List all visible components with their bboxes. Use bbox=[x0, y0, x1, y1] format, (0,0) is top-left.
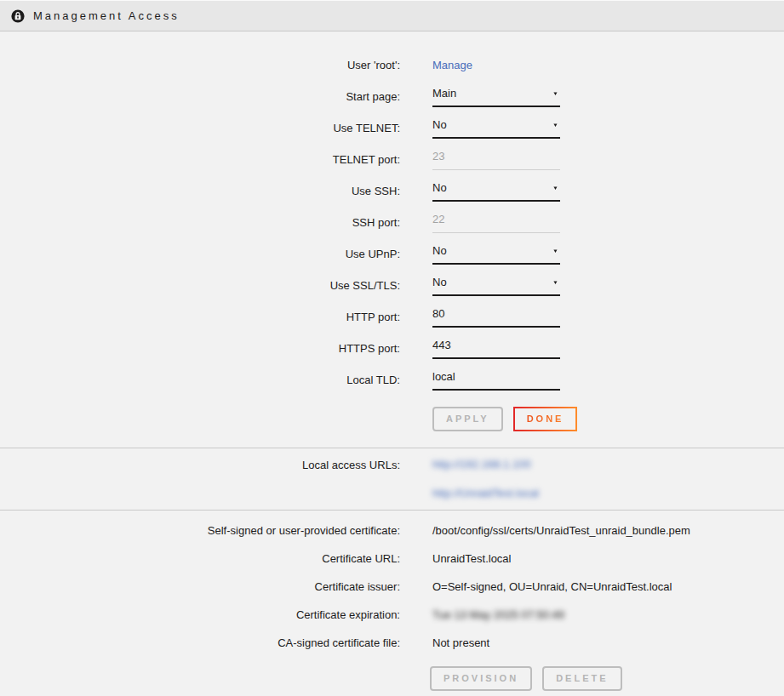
ca-cert-label: CA-signed certificate file: bbox=[0, 636, 400, 649]
use-ssh-select[interactable]: No ▼ bbox=[432, 180, 560, 202]
row-telnet-port: TELNET port: bbox=[0, 144, 784, 175]
row-use-upnp: Use UPnP: No ▼ bbox=[0, 238, 784, 270]
chevron-down-icon: ▼ bbox=[552, 248, 558, 253]
https-port-input[interactable] bbox=[432, 338, 560, 359]
done-button[interactable]: DONE bbox=[513, 407, 578, 431]
cert-url-value: UnraidTest.local bbox=[432, 552, 512, 565]
use-upnp-value: No bbox=[432, 244, 447, 257]
local-access-url-redacted[interactable]: http://UnraidTest.local bbox=[432, 487, 539, 499]
use-ssl-select[interactable]: No ▼ bbox=[432, 275, 560, 296]
use-ssl-value: No bbox=[432, 276, 447, 288]
start-page-value: Main bbox=[432, 87, 456, 100]
chevron-down-icon: ▼ bbox=[552, 279, 558, 284]
cert-issuer-label: Certificate issuer: bbox=[0, 580, 400, 593]
delete-button[interactable]: DELETE bbox=[542, 666, 621, 691]
page-header: Management Access bbox=[0, 0, 784, 31]
ca-cert-value: Not present bbox=[432, 636, 489, 649]
start-page-label: Start page: bbox=[0, 90, 400, 103]
use-ssl-label: Use SSL/TLS: bbox=[0, 279, 400, 292]
management-access-form: User 'root': Manage Start page: Main ▼ U… bbox=[0, 31, 784, 431]
row-ssh-port: SSH port: bbox=[0, 207, 784, 238]
row-http-port: HTTP port: bbox=[0, 301, 784, 333]
row-local-tld: Local TLD: bbox=[0, 364, 784, 396]
use-ssh-value: No bbox=[432, 181, 447, 194]
certificate-section: Self-signed or user-provided certificate… bbox=[0, 511, 784, 691]
cert-expiration-label: Certificate expiration: bbox=[0, 608, 400, 621]
row-cert-issuer: Certificate issuer: O=Self-signed, OU=Un… bbox=[0, 573, 784, 601]
ssh-port-input bbox=[432, 212, 560, 233]
row-cert-url: Certificate URL: UnraidTest.local bbox=[0, 545, 784, 573]
http-port-input[interactable] bbox=[432, 306, 560, 328]
local-access-url-redacted[interactable]: http://192.168.1.100 bbox=[432, 458, 539, 471]
chevron-down-icon: ▼ bbox=[552, 90, 558, 95]
http-port-label: HTTP port: bbox=[0, 311, 400, 323]
user-root-label: User 'root': bbox=[0, 59, 400, 71]
row-start-page: Start page: Main ▼ bbox=[0, 81, 784, 112]
start-page-select[interactable]: Main ▼ bbox=[432, 86, 560, 107]
provision-button[interactable]: PROVISION bbox=[430, 666, 532, 691]
local-tld-input[interactable] bbox=[432, 369, 560, 391]
apply-button[interactable]: APPLY bbox=[432, 407, 503, 431]
use-telnet-value: No bbox=[432, 118, 447, 131]
row-use-ssl: Use SSL/TLS: No ▼ bbox=[0, 270, 784, 301]
cert-expiration-value-redacted: Tue 13 May 2025 07:50:49 bbox=[432, 608, 564, 621]
row-https-port: HTTPS port: bbox=[0, 333, 784, 364]
row-use-telnet: Use TELNET: No ▼ bbox=[0, 112, 784, 144]
row-use-ssh: Use SSH: No ▼ bbox=[0, 175, 784, 207]
cert-issuer-value: O=Self-signed, OU=Unraid, CN=UnraidTest.… bbox=[432, 580, 672, 593]
cert-url-label: Certificate URL: bbox=[0, 552, 400, 565]
telnet-port-input bbox=[432, 149, 560, 170]
row-cert-file: Self-signed or user-provided certificate… bbox=[0, 516, 784, 545]
chevron-down-icon: ▼ bbox=[552, 185, 558, 190]
lock-circle-icon bbox=[11, 9, 25, 23]
local-access-section: Local access URLs: http://192.168.1.100 … bbox=[0, 448, 784, 510]
local-access-urls-label: Local access URLs: bbox=[0, 457, 400, 471]
use-telnet-label: Use TELNET: bbox=[0, 122, 400, 134]
use-upnp-select[interactable]: No ▼ bbox=[432, 243, 560, 265]
local-tld-label: Local TLD: bbox=[0, 374, 400, 386]
row-ca-cert: CA-signed certificate file: Not present bbox=[0, 629, 784, 657]
https-port-label: HTTPS port: bbox=[0, 342, 400, 355]
cert-file-label: Self-signed or user-provided certificate… bbox=[0, 524, 400, 537]
cert-file-value: /boot/config/ssl/certs/UnraidTest_unraid… bbox=[432, 524, 690, 537]
page-title: Management Access bbox=[33, 9, 180, 22]
telnet-port-label: TELNET port: bbox=[0, 153, 400, 166]
chevron-down-icon: ▼ bbox=[552, 122, 558, 127]
use-upnp-label: Use UPnP: bbox=[0, 248, 400, 260]
use-telnet-select[interactable]: No ▼ bbox=[432, 117, 560, 139]
manage-root-link[interactable]: Manage bbox=[432, 59, 472, 71]
row-user-root: User 'root': Manage bbox=[0, 49, 784, 81]
ssh-port-label: SSH port: bbox=[0, 216, 400, 229]
use-ssh-label: Use SSH: bbox=[0, 185, 400, 197]
row-cert-expiration: Certificate expiration: Tue 13 May 2025 … bbox=[0, 601, 784, 629]
